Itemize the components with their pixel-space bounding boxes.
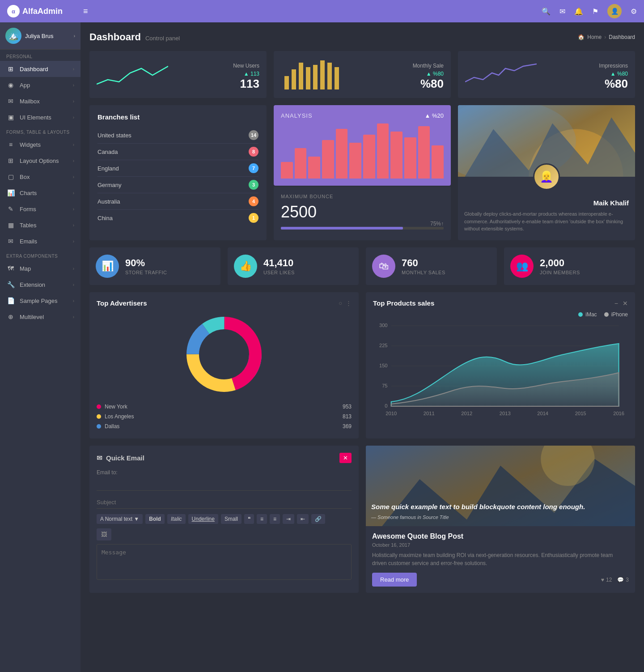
bounce-card: MAXIMUM BOUNCE 2500 75%↑ xyxy=(274,186,451,240)
sidebar-item-layout-options[interactable]: ⊞ Layout Options › xyxy=(0,153,80,169)
donut-chart xyxy=(97,314,352,395)
advertisers-actions[interactable]: ○ ⋮ xyxy=(339,300,352,306)
email-close-button[interactable]: ✕ xyxy=(339,453,352,463)
close-icon[interactable]: ✕ xyxy=(623,300,628,307)
multilevel-icon: ⊕ xyxy=(6,313,15,320)
sidebar-item-tables[interactable]: ▦ Tables › xyxy=(0,217,80,233)
indent-button[interactable]: ⇥ xyxy=(283,514,294,524)
svg-rect-2 xyxy=(299,63,303,89)
quote-button[interactable]: ❝ xyxy=(244,514,254,524)
blog-quote: Some quick example text to build blockqu… xyxy=(371,502,630,521)
svg-text:2016: 2016 xyxy=(613,411,624,416)
image-button[interactable]: 🖼 xyxy=(97,528,111,540)
branches-card: Branches list United states 14 Canada 8 … xyxy=(89,105,267,240)
blog-body: Awesome Quote Blog Post October 16, 2017… xyxy=(366,526,635,593)
list-button[interactable]: ≡ xyxy=(257,514,267,524)
legend-los-angeles: Los Angeles 813 xyxy=(97,412,352,421)
email-to-input[interactable] xyxy=(97,478,352,491)
blog-image: Some quick example text to build blockqu… xyxy=(366,446,635,526)
charts-icon: 📊 xyxy=(6,189,15,196)
sidebar-item-app[interactable]: ◉ App › xyxy=(0,77,80,93)
monthly-sales-label: MONTHLY SALES xyxy=(402,270,445,275)
hamburger-button[interactable]: ≡ xyxy=(83,7,88,16)
underline-button[interactable]: Underline xyxy=(188,514,218,524)
bell-icon[interactable]: 🔔 xyxy=(574,7,583,16)
user-avatar[interactable]: 👤 xyxy=(607,4,622,18)
email-to-label: Email to: xyxy=(97,469,352,476)
link-button[interactable]: 🔗 xyxy=(311,514,325,524)
sidebar-item-map[interactable]: 🗺 Map › xyxy=(0,260,80,276)
dashboard-icon: ⊞ xyxy=(6,65,15,72)
products-actions[interactable]: − ✕ xyxy=(614,300,628,307)
sidebar-item-emails[interactable]: ✉ Emails › xyxy=(0,233,80,249)
kpi-store-traffic: 📊 90% STORE TRAFFIC xyxy=(89,247,220,285)
stat-cards-row: New Users ▲ 113 113 Monthly xyxy=(89,51,635,98)
minimize-icon[interactable]: − xyxy=(614,300,618,307)
blog-stats: ♥ 12 💬 3 xyxy=(601,577,629,583)
svg-text:300: 300 xyxy=(379,323,388,328)
svg-rect-5 xyxy=(320,60,325,89)
bounce-percent: 75%↑ xyxy=(430,221,444,227)
svg-text:75: 75 xyxy=(382,383,387,388)
analysis-change: ▲ %20 xyxy=(425,112,444,119)
branch-item-en: England 7 xyxy=(97,160,258,177)
breadcrumb-home[interactable]: Home xyxy=(587,34,602,40)
products-header: Top Products sales − ✕ xyxy=(373,299,628,307)
branch-item-de: Germany 3 xyxy=(97,177,258,193)
store-traffic-icon: 📊 xyxy=(96,255,119,278)
sidebar-item-extension[interactable]: 🔧 Extension › xyxy=(0,276,80,293)
sidebar-item-sample-pages[interactable]: 📄 Sample Pages › xyxy=(0,293,80,309)
flag-icon[interactable]: ⚑ xyxy=(592,7,598,16)
blog-likes: ♥ 12 xyxy=(601,577,612,583)
settings-icon[interactable]: ⚙ xyxy=(631,7,637,16)
app-name: AlfaAdmin xyxy=(22,7,63,16)
bounce-label: MAXIMUM BOUNCE xyxy=(281,194,444,199)
sidebar-item-mailbox[interactable]: ✉ Mailbox › xyxy=(0,93,80,109)
stat-card-new-users: New Users ▲ 113 113 xyxy=(89,51,267,98)
sidebar-user[interactable]: 🏔️ Juliya Brus › xyxy=(0,22,80,50)
user-likes-value: 41,410 xyxy=(263,257,295,269)
refresh-icon[interactable]: ○ xyxy=(339,300,342,306)
svg-text:2014: 2014 xyxy=(537,411,548,416)
sidebar-item-box[interactable]: ▢ Box › xyxy=(0,169,80,185)
bold-button[interactable]: Bold xyxy=(145,514,165,524)
email-message[interactable] xyxy=(97,544,352,580)
advertisers-title: Top Advertisers xyxy=(97,299,147,307)
sidebar-item-dashboard[interactable]: ⊞ Dashboard › xyxy=(0,61,80,77)
sidebar-avatar: 🏔️ xyxy=(5,28,21,44)
monthly-sales-icon: 🛍 xyxy=(372,255,395,278)
sample-pages-icon: 📄 xyxy=(6,297,15,304)
monthly-sale-value: %80 xyxy=(420,77,444,91)
sidebar-item-forms[interactable]: ✎ Forms › xyxy=(0,201,80,217)
svg-text:0: 0 xyxy=(385,403,387,408)
breadcrumb: 🏠 Home › Dashboard xyxy=(578,34,635,40)
profile-name: Maik Khalif xyxy=(464,199,629,207)
sidebar-item-multilevel[interactable]: ⊕ Multilevel › xyxy=(0,309,80,325)
format-select[interactable]: A Normal text ▼ xyxy=(97,514,143,524)
read-more-button[interactable]: Read more xyxy=(372,573,417,587)
profile-bottom: 👱‍♀️ Maik Khalif Globally deploy clicks-… xyxy=(458,177,635,239)
search-icon[interactable]: 🔍 xyxy=(542,7,551,16)
profile-desc: Globally deploy clicks-and-mortar produc… xyxy=(464,210,629,233)
new-york-value: 953 xyxy=(343,404,352,410)
italic-button[interactable]: Italic xyxy=(167,514,186,524)
mail-icon[interactable]: ✉ xyxy=(559,7,565,16)
bounce-value: 2500 xyxy=(281,203,317,221)
email-title: ✉ Quick Email xyxy=(97,454,144,462)
outdent-button[interactable]: ⇤ xyxy=(297,514,309,524)
more-icon[interactable]: ⋮ xyxy=(346,300,352,306)
sidebar-item-widgets[interactable]: ≡ Widgets › xyxy=(0,136,80,153)
svg-text:2013: 2013 xyxy=(500,411,511,416)
kpi-row: 📊 90% STORE TRAFFIC 👍 41,410 USER LIKES … xyxy=(89,247,635,285)
list2-button[interactable]: ≡ xyxy=(270,514,280,524)
small-button[interactable]: Small xyxy=(221,514,242,524)
sidebar-item-ui-elements[interactable]: ▣ UI Elements › xyxy=(0,109,80,125)
sidebar-item-charts[interactable]: 📊 Charts › xyxy=(0,185,80,201)
products-chart: 300 225 150 75 0 2010 2011 2012 2013 201… xyxy=(373,321,628,421)
blog-comments: 💬 3 xyxy=(617,577,629,583)
products-title: Top Products sales xyxy=(373,299,434,307)
monthly-sale-chart xyxy=(281,58,413,91)
email-subject-input[interactable] xyxy=(97,496,352,509)
branch-item-ca: Canada 8 xyxy=(97,144,258,160)
analysis-card: ANALYSIS ▲ %20 xyxy=(274,105,451,186)
